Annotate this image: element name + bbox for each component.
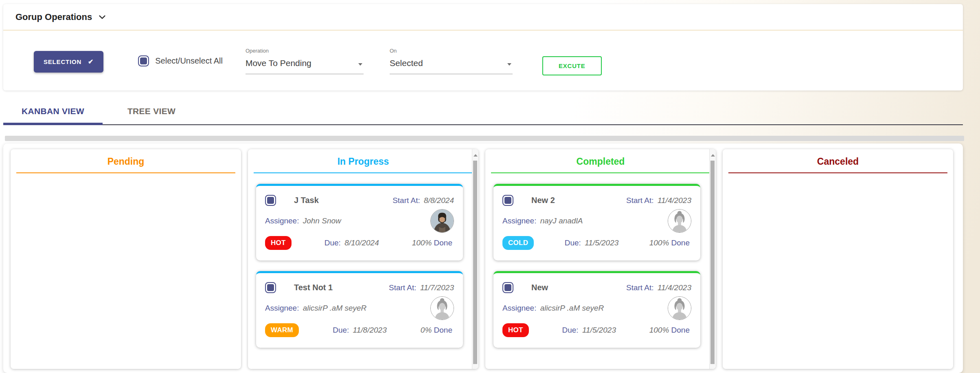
assignee-avatar	[668, 209, 691, 233]
task-card[interactable]: New 2 Start At: 11/4/2023 Assignee: nayJ…	[493, 184, 700, 260]
column-pending: Pending	[11, 149, 241, 369]
card-title: J Task	[294, 196, 319, 205]
dropdown-arrow-icon	[507, 63, 511, 66]
assignee-value: alicsirP .aM seyeR	[303, 304, 367, 312]
due-value: 8/10/2024	[344, 238, 379, 247]
checkbox-checked-mark	[267, 197, 274, 204]
scrollbar-thumb[interactable]	[710, 161, 715, 364]
done-label: Done	[434, 238, 452, 247]
page-title: Gorup Operations	[15, 12, 92, 22]
card-title: New 2	[531, 196, 555, 205]
scrollbar-thumb[interactable]	[473, 161, 477, 364]
on-field: On Selected	[390, 48, 513, 74]
assignee-label: Assignee:	[265, 216, 299, 225]
chevron-down-icon	[98, 13, 107, 22]
column-canceled: Canceled	[723, 149, 953, 369]
done-percent: 100%	[649, 238, 669, 247]
operation-label: Operation	[246, 48, 364, 54]
kanban-board: PendingIn Progress J Task Start At: 8/8/…	[3, 143, 963, 373]
check-icon: ✔	[88, 58, 94, 66]
assignee-label: Assignee:	[265, 304, 299, 312]
assignee-label: Assignee:	[502, 304, 536, 312]
scroll-up-arrow-icon[interactable]	[474, 154, 478, 157]
board-horizontal-scrollbar[interactable]	[5, 136, 964, 141]
select-all-checkbox[interactable]	[138, 55, 149, 66]
start-at-label: Start At:	[626, 196, 654, 205]
group-operations-header[interactable]: Gorup Operations	[3, 4, 963, 31]
tab-kanban-view[interactable]: KANBAN VIEW	[3, 98, 103, 124]
due-value: 11/5/2023	[585, 238, 618, 247]
select-all-label: Select/Unselect All	[155, 56, 223, 66]
done-percent: 0%	[421, 326, 432, 334]
select-all-control[interactable]: Select/Unselect All	[138, 55, 223, 66]
scroll-up-arrow-icon[interactable]	[711, 154, 715, 157]
card-due: Due: 11/5/2023	[529, 326, 649, 335]
checkbox-checked-mark	[504, 197, 511, 204]
selection-button[interactable]: SELECTION ✔	[34, 51, 103, 73]
column-in-progress: In Progress J Task Start At: 8/8/2024 As…	[248, 149, 478, 369]
task-card[interactable]: New Start At: 11/4/2023 Assignee: alicsi…	[493, 271, 700, 348]
start-at-value: 11/4/2023	[658, 283, 691, 292]
tab-tree-view[interactable]: TREE VIEW	[103, 98, 200, 124]
start-at-label: Start At:	[626, 283, 654, 292]
selection-button-label: SELECTION	[44, 58, 81, 65]
start-at-value: 11/4/2023	[658, 196, 691, 205]
priority-badge: COLD	[502, 236, 534, 250]
due-label: Due:	[562, 326, 578, 334]
checkbox-checked-mark	[504, 284, 511, 291]
execute-button[interactable]: EXCUTE	[542, 56, 602, 75]
kanban-panel: PendingIn Progress J Task Start At: 8/8/…	[3, 143, 963, 373]
card-due: Due: 11/8/2023	[299, 326, 421, 335]
card-checkbox[interactable]	[265, 282, 276, 293]
task-card[interactable]: J Task Start At: 8/8/2024 Assignee: John…	[256, 184, 463, 260]
on-select[interactable]: Selected	[390, 57, 513, 74]
column-title: In Progress	[254, 149, 473, 173]
start-at-value: 8/8/2024	[424, 196, 454, 205]
start-at-label: Start At:	[389, 283, 417, 292]
card-due: Due: 8/10/2024	[292, 238, 412, 247]
priority-badge: HOT	[265, 236, 292, 250]
due-label: Due:	[333, 326, 349, 334]
assignee-avatar	[430, 209, 454, 233]
card-start-at: Start At: 8/8/2024	[392, 196, 454, 205]
card-due: Due: 11/5/2023	[534, 238, 649, 247]
card-checkbox[interactable]	[502, 282, 513, 293]
assignee-value: nayJ anadlA	[540, 216, 583, 225]
done-label: Done	[434, 326, 452, 334]
bulk-actions-toolbar: SELECTION ✔ Select/Unselect All Operatio…	[3, 48, 963, 75]
done-percent: 100%	[649, 326, 669, 334]
card-title: New	[531, 283, 548, 292]
column-vertical-scrollbar[interactable]	[709, 149, 716, 369]
dropdown-arrow-icon	[358, 63, 362, 66]
start-at-label: Start At:	[392, 196, 420, 205]
due-value: 11/8/2023	[353, 326, 387, 334]
card-start-at: Start At: 11/4/2023	[626, 283, 691, 292]
card-checkbox[interactable]	[265, 195, 276, 206]
assignee-label: Assignee:	[502, 216, 536, 225]
checkbox-checked-mark	[267, 284, 274, 291]
column-title: Pending	[16, 149, 235, 173]
card-done: 0% Done	[421, 326, 454, 335]
column-vertical-scrollbar[interactable]	[472, 149, 478, 369]
card-start-at: Start At: 11/7/2023	[389, 283, 454, 292]
on-selected-value: Selected	[390, 58, 423, 68]
card-assignee: Assignee: John Snow	[265, 216, 341, 225]
priority-badge: WARM	[265, 323, 299, 337]
card-done: 100% Done	[649, 326, 691, 335]
card-assignee: Assignee: nayJ anadlA	[502, 216, 583, 225]
operation-field: Operation Move To Pending	[246, 48, 364, 74]
operation-selected-value: Move To Pending	[246, 58, 311, 68]
card-assignee: Assignee: alicsirP .aM seyeR	[265, 304, 366, 313]
card-checkbox[interactable]	[502, 195, 513, 206]
task-card[interactable]: Test Not 1 Start At: 11/7/2023 Assignee:…	[256, 271, 463, 348]
due-label: Due:	[324, 238, 341, 247]
column-title: Completed	[491, 149, 710, 173]
operation-select[interactable]: Move To Pending	[246, 57, 364, 74]
assignee-value: John Snow	[303, 216, 341, 225]
on-label: On	[390, 48, 513, 54]
start-at-value: 11/7/2023	[420, 283, 454, 292]
priority-badge: HOT	[502, 323, 529, 337]
card-start-at: Start At: 11/4/2023	[626, 196, 691, 205]
column-completed: Completed New 2 Start At: 11/4/2023 Assi…	[485, 149, 716, 369]
view-tabs: KANBAN VIEW TREE VIEW	[3, 98, 963, 125]
